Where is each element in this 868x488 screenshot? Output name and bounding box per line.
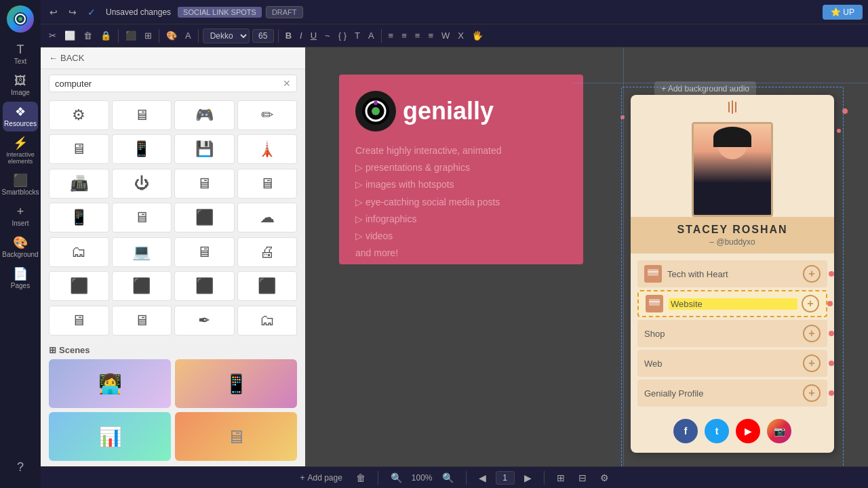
code-button[interactable]: { }: [336, 28, 349, 43]
icon-cell-27[interactable]: 🗂: [237, 306, 298, 336]
align-center-button[interactable]: ≡: [399, 28, 410, 43]
social-link-card[interactable]: STACEY ROSHAN – @buddyxo Tech with Heart…: [631, 95, 834, 453]
icon-cell-25[interactable]: 🖥: [112, 306, 172, 336]
copy-button[interactable]: ⬜: [62, 28, 78, 43]
next-page-button[interactable]: ▶: [520, 470, 536, 485]
icon-cell-8[interactable]: 📠: [49, 169, 109, 199]
icon-cell-1[interactable]: 🖥: [112, 100, 172, 130]
delete-button[interactable]: 🗑: [81, 28, 95, 43]
logo-button[interactable]: [7, 5, 34, 33]
link-text-1[interactable]: Website: [669, 298, 797, 310]
canvas-area[interactable]: genially Create highly interactive, anim…: [305, 47, 868, 466]
youtube-button[interactable]: ▶: [736, 419, 760, 443]
icon-cell-23[interactable]: ⬛: [237, 271, 298, 301]
hand-button[interactable]: 🖐: [469, 28, 486, 43]
icon-cell-12[interactable]: 📱: [49, 203, 109, 232]
strikethrough-button[interactable]: ~: [322, 28, 333, 43]
link-item-3[interactable]: Web +: [637, 350, 827, 377]
zoom-in-button[interactable]: 🔍: [438, 470, 458, 485]
icon-cell-19[interactable]: 🖨: [237, 237, 298, 267]
text-style-button[interactable]: T: [352, 28, 363, 43]
scene-thumb-1[interactable]: 👩‍💻: [49, 359, 171, 408]
instagram-button[interactable]: 📷: [767, 419, 791, 443]
sidebar-item-background[interactable]: 🎨 Background: [3, 232, 38, 262]
link-item-0[interactable]: Tech with Heart +: [637, 260, 827, 287]
link-item-2[interactable]: Shop +: [637, 320, 827, 347]
zoom-out-button[interactable]: 🔍: [387, 470, 406, 485]
page-number-input[interactable]: [496, 471, 515, 485]
link-item-4[interactable]: Genially Profile +: [637, 380, 827, 407]
icon-cell-26[interactable]: ✒: [174, 306, 235, 336]
fit-button[interactable]: ⊞: [553, 470, 569, 485]
icon-cell-2[interactable]: 🎮: [174, 100, 235, 130]
settings-button[interactable]: ⚙: [596, 470, 613, 485]
justify-button[interactable]: ≡: [425, 28, 436, 43]
icon-cell-11[interactable]: 🖥: [237, 169, 298, 199]
undo-button[interactable]: ↩: [46, 5, 61, 20]
icon-cell-22[interactable]: ⬛: [174, 271, 235, 301]
sidebar-item-help[interactable]: ?: [3, 457, 38, 477]
italic-button[interactable]: I: [297, 28, 305, 43]
font-size-input[interactable]: [252, 29, 274, 43]
twitter-button[interactable]: t: [705, 419, 729, 443]
scene-thumb-4[interactable]: 🖥: [175, 412, 297, 461]
cut-button[interactable]: ✂: [46, 28, 59, 43]
sidebar-item-insert[interactable]: + Insert: [3, 201, 38, 231]
prev-page-button[interactable]: ◀: [475, 470, 490, 485]
subscript-button[interactable]: W: [439, 28, 452, 43]
icon-cell-9[interactable]: ⏻: [112, 169, 172, 199]
scene-thumb-3[interactable]: 📊: [49, 412, 171, 461]
icon-cell-21[interactable]: ⬛: [112, 271, 172, 301]
icon-cell-5[interactable]: 📱: [112, 134, 172, 164]
sidebar-item-resources[interactable]: ❖ Resources: [3, 102, 38, 131]
icon-cell-24[interactable]: 🖥: [49, 306, 109, 336]
add-page-button[interactable]: + Add page: [296, 471, 346, 485]
scene-thumb-2[interactable]: 📱: [175, 359, 297, 408]
sidebar-item-text[interactable]: T Text: [3, 39, 38, 69]
icon-cell-15[interactable]: ☁: [237, 203, 298, 232]
facebook-button[interactable]: f: [673, 419, 698, 443]
align-left-button[interactable]: ≡: [386, 28, 397, 43]
layout-button[interactable]: ⊟: [574, 470, 591, 485]
link-plus-0[interactable]: +: [803, 265, 821, 283]
font-select[interactable]: Dekko: [203, 28, 250, 43]
icon-cell-0[interactable]: ⚙: [49, 100, 109, 130]
checkbox-button[interactable]: ✓: [84, 5, 99, 20]
icon-cell-7[interactable]: 🗼: [237, 134, 298, 164]
underline-button[interactable]: U: [308, 28, 319, 43]
icon-cell-3[interactable]: ✏: [237, 100, 298, 130]
grid-button[interactable]: ⊞: [142, 28, 155, 43]
icon-cell-13[interactable]: 🖥: [112, 203, 172, 232]
link-plus-2[interactable]: +: [803, 325, 821, 342]
lock-button[interactable]: 🔒: [98, 28, 114, 43]
icon-cell-17[interactable]: 💻: [112, 237, 172, 267]
color-button[interactable]: 🎨: [163, 28, 180, 43]
search-input[interactable]: [55, 79, 280, 89]
icon-cell-10[interactable]: 🖥: [174, 169, 235, 199]
icon-cell-18[interactable]: 🖥: [174, 237, 235, 267]
delete-page-button[interactable]: 🗑: [352, 470, 370, 485]
redo-button[interactable]: ↪: [65, 5, 80, 20]
icon-cell-16[interactable]: 🗂: [49, 237, 109, 267]
add-background-audio-button[interactable]: + Add background audio: [654, 81, 756, 96]
sidebar-item-smartblocks[interactable]: ⬛ Smartblocks: [3, 170, 38, 200]
link-item-1[interactable]: Website +: [637, 290, 827, 317]
align-right-button[interactable]: ≡: [412, 28, 423, 43]
text-color-button[interactable]: A: [182, 28, 194, 43]
icon-cell-20[interactable]: ⬛: [49, 271, 109, 301]
sidebar-item-interactive[interactable]: ⚡ Interactive elements: [3, 133, 38, 169]
back-link[interactable]: ← BACK: [49, 53, 84, 63]
genially-card[interactable]: genially Create highly interactive, anim…: [339, 75, 583, 264]
up-button[interactable]: ⭐ UP: [823, 5, 863, 20]
bold-button[interactable]: B: [283, 28, 294, 43]
link-plus-4[interactable]: +: [803, 384, 821, 402]
search-clear-button[interactable]: ✕: [283, 78, 291, 89]
sidebar-item-image[interactable]: 🖼 Image: [3, 70, 38, 100]
icon-cell-4[interactable]: 🖥: [49, 134, 109, 164]
superscript-button[interactable]: X: [455, 28, 467, 43]
sidebar-item-pages[interactable]: 📄 Pages: [3, 264, 38, 293]
link-plus-1[interactable]: +: [802, 295, 819, 312]
layer-button[interactable]: ⬛: [123, 28, 139, 43]
link-plus-3[interactable]: +: [803, 354, 821, 372]
font-color-button[interactable]: A: [366, 28, 377, 43]
